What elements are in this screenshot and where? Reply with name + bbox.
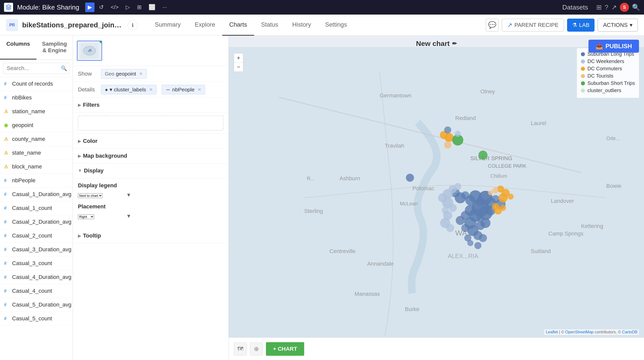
column-type-icon: # <box>4 95 10 100</box>
svg-text:Annandale: Annandale <box>367 261 394 267</box>
show-field-tag[interactable]: Geo geopoint ✕ <box>101 69 147 79</box>
details-field1-delete-btn[interactable]: ✕ <box>149 87 153 92</box>
details-field1-tag[interactable]: ● ▾ cluster_labels ✕ <box>101 85 157 94</box>
user-avatar[interactable]: S <box>620 3 629 12</box>
zoom-in-button[interactable]: + <box>234 53 243 63</box>
list-item[interactable]: # Count of records <box>0 77 73 91</box>
help-icon[interactable]: ? <box>605 4 608 11</box>
leaflet-link[interactable]: Leaflet <box>546 330 558 334</box>
list-item[interactable]: # Casual_5_count <box>0 312 73 326</box>
columns-list: # Count of records # nbBikes ⚠ station_n… <box>0 77 73 360</box>
color-section-header[interactable]: ▶ Color <box>73 134 228 149</box>
column-name: Casual_1_Duration_avg <box>12 191 71 198</box>
map-background-section-header[interactable]: ▶ Map background <box>73 149 228 163</box>
list-item[interactable]: # Casual_2_Duration_avg <box>0 215 73 229</box>
column-name: nbBikes <box>12 94 32 101</box>
tab-explore[interactable]: Explore <box>188 15 222 36</box>
list-item[interactable]: # nbBikes <box>0 91 73 105</box>
add-chart-button[interactable]: + CHART <box>266 342 304 356</box>
svg-text:Germantown: Germantown <box>380 92 411 99</box>
nav-table-icon[interactable]: ⊞ <box>134 3 144 12</box>
svg-point-59 <box>474 242 481 249</box>
list-item[interactable]: # Casual_3_count <box>0 257 73 270</box>
dataset-header-bar: PR bikeStations_prepared_joined_scor... … <box>0 15 644 36</box>
column-name: Casual_4_Duration_avg <box>12 274 71 280</box>
chart-icon[interactable]: ↗ <box>611 4 617 11</box>
search-icon: 🔍 <box>61 65 67 71</box>
publish-button[interactable]: 📤 PUBLISH <box>588 40 639 53</box>
list-item[interactable]: ⚠ station_name <box>0 105 73 118</box>
map-background-label: Map background <box>83 153 127 159</box>
column-type-icon: # <box>4 192 10 197</box>
nav-dataset-label[interactable]: Datasets <box>562 4 588 11</box>
map-header: New chart ✏ <box>229 40 644 48</box>
list-item[interactable]: # Casual_2_count <box>0 229 73 243</box>
list-item[interactable]: ⚠ county_name <box>0 132 73 146</box>
list-item[interactable]: # Casual_3_Duration_avg <box>0 243 73 257</box>
dataset-info-btn[interactable]: ℹ <box>128 20 138 30</box>
placement-field: Placement RightLeftTopBottom <box>78 203 223 219</box>
nav-arrow-icon[interactable]: ▶ <box>85 3 95 12</box>
list-item[interactable]: # nbPeople <box>0 174 73 188</box>
filter-area <box>73 112 228 134</box>
details-field2-delete-btn[interactable]: ✕ <box>198 87 201 92</box>
tab-history[interactable]: History <box>285 15 318 36</box>
list-item[interactable]: # Casual_4_Duration_avg <box>0 270 73 284</box>
bottom-share-icon[interactable]: ⊕ <box>250 342 263 355</box>
color-label: Color <box>83 138 97 144</box>
nav-code-icon[interactable]: </> <box>108 3 121 12</box>
svg-point-71 <box>444 133 453 142</box>
cartodb-link[interactable]: CartoDB <box>622 330 637 334</box>
list-item[interactable]: ⚠ state_name <box>0 146 73 160</box>
map-legend: Suburban Long Trips DC Weekenders DC Com… <box>577 48 639 98</box>
placement-select[interactable]: RightLeftTopBottom <box>78 214 94 219</box>
show-field-delete-btn[interactable]: ✕ <box>139 71 143 77</box>
list-item[interactable]: # Casual_4_count <box>0 284 73 298</box>
bottom-map-icon[interactable]: 🗺 <box>234 342 247 355</box>
details-field2-value: nbPeople <box>172 87 195 93</box>
geo-label: Geo <box>105 71 114 77</box>
filters-section-header[interactable]: ▶ Filters <box>73 98 228 112</box>
display-section-header[interactable]: ▼ Display <box>73 163 228 178</box>
column-name: Casual_3_count <box>12 260 52 267</box>
list-item[interactable]: ⚠ block_name <box>0 160 73 174</box>
edit-title-icon[interactable]: ✏ <box>452 40 457 47</box>
nav-run-icon[interactable]: ▷ <box>123 3 132 12</box>
tab-charts[interactable]: Charts <box>222 15 254 36</box>
filter-drop-zone[interactable] <box>78 115 223 131</box>
actions-button[interactable]: ACTIONS ▾ <box>597 19 638 32</box>
nav-more-icon[interactable]: ··· <box>160 3 169 12</box>
parent-recipe-button[interactable]: ↗ PARENT RECIPE <box>502 19 564 32</box>
sidebar-tab-sampling[interactable]: Sampling & Engine <box>36 36 73 59</box>
svg-point-81 <box>488 190 493 195</box>
list-item[interactable]: ◉ geopoint <box>0 118 73 132</box>
list-item[interactable]: # Casual_1_Duration_avg <box>0 188 73 201</box>
svg-point-69 <box>446 224 454 232</box>
details-field2-tag[interactable]: ↔ nbPeople ✕ <box>162 85 205 94</box>
legend-item: cluster_outliers <box>581 88 635 93</box>
legend-color-dot <box>581 59 585 64</box>
legend-label: cluster_outliers <box>587 88 621 93</box>
sidebar-tab-columns[interactable]: Columns <box>0 36 36 59</box>
search-input[interactable] <box>3 63 70 74</box>
column-name: block_name <box>12 163 42 170</box>
top-navbar: Module: Bike Sharing ▶ ↺ </> ▷ ⊞ ⬜ ··· D… <box>0 0 644 15</box>
parent-recipe-icon: ↗ <box>507 22 512 29</box>
nav-refresh-icon[interactable]: ↺ <box>97 3 106 12</box>
lab-button[interactable]: ⚗ LAB <box>567 19 595 32</box>
display-legend-select[interactable]: Next to chartBelow chartAbove chartHidde… <box>78 193 103 198</box>
tooltip-section-header[interactable]: ▶ Tooltip <box>73 228 228 243</box>
chart-thumbnail[interactable] <box>77 41 102 61</box>
grid-icon[interactable]: ⊞ <box>596 4 602 11</box>
list-item[interactable]: # Casual_5_Duration_avg <box>0 298 73 312</box>
osm-link[interactable]: OpenStreetMap <box>565 330 594 334</box>
nav-window-icon[interactable]: ⬜ <box>146 3 158 12</box>
tab-summary[interactable]: Summary <box>148 15 188 36</box>
resize-icon: ↔ <box>165 87 171 93</box>
comment-button[interactable]: 💬 <box>486 19 499 32</box>
list-item[interactable]: # Casual_1_count <box>0 201 73 215</box>
tab-status[interactable]: Status <box>254 15 285 36</box>
tab-settings[interactable]: Settings <box>318 15 354 36</box>
zoom-out-button[interactable]: − <box>234 63 243 72</box>
search-icon[interactable]: 🔍 <box>632 4 640 11</box>
